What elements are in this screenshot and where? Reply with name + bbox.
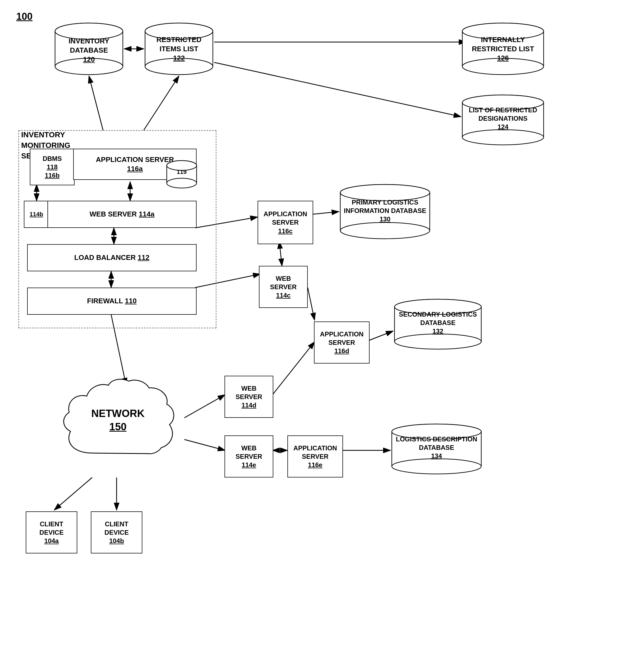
list-restricted-designations-label: LIST OF RESTRICTEDDESIGNATIONS [469,106,537,122]
secondary-logistics-ref: 132 [433,328,443,335]
svg-line-17 [279,241,282,266]
app-server-116c-label: APPLICATIONSERVER116c [264,210,307,234]
dbms-box: DBMS118116b [30,149,74,185]
logistics-description-db: LOGISTICS DESCRIPTIONDATABASE 134 [390,423,483,476]
web-server-114c: WEBSERVER114c [259,266,308,308]
list-restricted-designations-ref: 124 [498,123,508,130]
secondary-logistics-label: SECONDARY LOGISTICSDATABASE [399,311,477,327]
client-device-104b: CLIENTDEVICE104b [91,511,143,553]
app-server-116c: APPLICATIONSERVER116c [258,201,313,244]
load-balancer-label: LOAD BALANCER 112 [74,253,149,261]
storage-119-label: 119 [177,168,187,175]
load-balancer-112: LOAD BALANCER 112 [27,244,197,271]
svg-line-4 [214,62,461,117]
storage-119: 119 [166,160,198,189]
app-server-116a-label: APPLICATION SERVER116a [96,155,174,173]
secondary-logistics-db: SECONDARY LOGISTICSDATABASE 132 [393,298,483,351]
web-server-114a-label: WEB SERVER 114a [89,210,154,218]
inventory-database-ref: 120 [83,55,95,63]
internally-restricted-label: INTERNALLYRESTRICTED LIST [472,36,534,53]
svg-line-18 [308,288,314,320]
app-server-116d: APPLICATIONSERVER116d [314,321,370,363]
diagram: 100 [0,0,635,672]
svg-point-59 [392,459,481,474]
client-device-104a-label: CLIENTDEVICE104a [39,520,63,545]
web-server-114e: WEBSERVER114e [224,436,273,478]
logistics-description-label: LOGISTICS DESCRIPTIONDATABASE [396,436,477,451]
svg-line-19 [369,331,393,340]
restricted-items-list-ref: 122 [173,54,184,62]
network-label: NETWORK150 [91,408,145,433]
svg-line-16 [312,212,339,214]
internally-restricted-list: INTERNALLYRESTRICTED LIST 126 [461,22,545,76]
network-cloud: NETWORK150 [57,377,179,480]
web-server-114d-label: WEBSERVER114d [236,385,262,409]
web-server-114e-label: WEBSERVER114e [236,444,262,468]
list-restricted-designations: LIST OF RESTRICTEDDESIGNATIONS 124 [461,93,545,147]
app-server-116e: APPLICATIONSERVER116e [287,436,343,478]
inventory-database-label: INVENTORYDATABASE [69,37,109,54]
svg-point-55 [394,334,481,349]
svg-point-43 [462,130,544,145]
web-server-114c-label: WEBSERVER114c [270,275,297,299]
app-server-116e-label: APPLICATIONSERVER116e [293,444,337,468]
inventory-database: INVENTORYDATABASE 120 [54,22,124,76]
svg-line-6 [144,76,179,130]
svg-line-22 [184,440,225,450]
ref-label-100: 100 [16,11,32,22]
primary-logistics-label: PRIMARY LOGISTICSINFORMATION DATABASE [344,198,426,214]
web-server-114b: 114b [24,201,49,228]
primary-logistics-db: PRIMARY LOGISTICSINFORMATION DATABASE 13… [339,183,431,240]
svg-point-51 [340,223,430,239]
svg-line-21 [272,342,314,395]
web-server-114a: WEB SERVER 114a [47,201,197,228]
primary-logistics-ref: 130 [379,215,390,223]
svg-point-47 [167,178,197,188]
firewall-label: FIREWALL 110 [87,297,137,305]
logistics-description-ref: 134 [431,452,442,460]
firewall-110: FIREWALL 110 [27,288,197,315]
restricted-items-list: RESTRICTEDITEMS LIST 122 [144,22,214,76]
svg-line-5 [89,76,103,130]
client-device-104b-label: CLIENTDEVICE104b [104,520,129,545]
dbms-label: DBMS118116b [43,155,62,179]
restricted-items-list-label: RESTRICTEDITEMS LIST [156,36,201,53]
svg-line-25 [54,478,92,510]
internally-restricted-ref: 126 [497,54,509,62]
web-server-114b-label: 114b [29,211,43,217]
client-device-104a: CLIENTDEVICE104a [26,511,77,553]
web-server-114d: WEBSERVER114d [224,376,273,418]
svg-line-20 [184,395,225,418]
app-server-116d-label: APPLICATIONSERVER116d [320,331,364,355]
